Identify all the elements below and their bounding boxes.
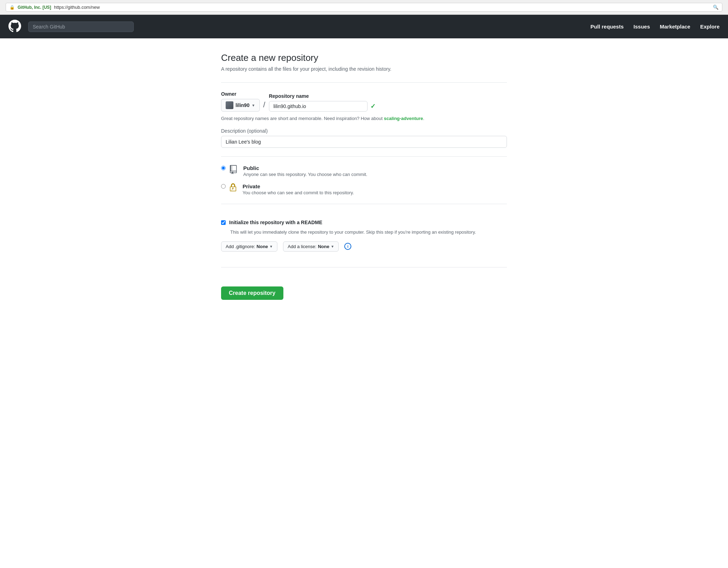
license-dropdown[interactable]: Add a license: None ▼ xyxy=(283,241,339,252)
owner-repo-row: Owner lilin90 ▼ / Repository name ✓ xyxy=(221,91,507,112)
init-label[interactable]: Initialize this repository with a README xyxy=(229,220,322,225)
github-logo[interactable] xyxy=(8,20,21,33)
repo-name-field-group: Repository name ✓ xyxy=(269,93,376,112)
page-title: Create a new repository xyxy=(221,52,507,63)
public-text: Public Anyone can see this repository. Y… xyxy=(243,165,367,177)
divider-2 xyxy=(221,156,507,157)
public-repo-icon xyxy=(230,165,239,176)
private-text: Private You choose who can see and commi… xyxy=(243,183,354,195)
divider-4 xyxy=(221,267,507,267)
search-input[interactable] xyxy=(28,21,134,32)
browser-chrome: 🔒 GitHub, Inc. [US] https://github.com/n… xyxy=(0,0,728,15)
nav-marketplace[interactable]: Marketplace xyxy=(660,24,690,30)
private-option[interactable]: Private You choose who can see and commi… xyxy=(221,183,507,195)
init-checkbox-row: Initialize this repository with a README xyxy=(221,220,507,225)
name-hint: Great repository names are short and mem… xyxy=(221,116,507,121)
repo-name-input-row: ✓ xyxy=(269,101,376,112)
repo-name-input[interactable] xyxy=(269,101,368,112)
browser-search-icon: 🔍 xyxy=(713,5,718,10)
owner-select[interactable]: lilin90 ▼ xyxy=(221,99,260,112)
private-radio[interactable] xyxy=(221,184,226,189)
gitignore-arrow-icon: ▼ xyxy=(269,245,273,248)
private-lock-icon xyxy=(230,183,238,194)
public-option[interactable]: Public Anyone can see this repository. Y… xyxy=(221,165,507,177)
license-info-icon[interactable]: i xyxy=(344,243,351,250)
license-arrow-icon: ▼ xyxy=(331,245,334,248)
security-badge: GitHub, Inc. [US] xyxy=(18,5,51,10)
init-checkbox[interactable] xyxy=(221,220,226,225)
nav-issues[interactable]: Issues xyxy=(634,24,650,30)
gitignore-dropdown[interactable]: Add .gitignore: None ▼ xyxy=(221,241,277,252)
nav-pull-requests[interactable]: Pull requests xyxy=(590,24,623,30)
address-bar[interactable]: 🔒 GitHub, Inc. [US] https://github.com/n… xyxy=(6,3,722,12)
divider-3 xyxy=(221,204,507,204)
suggestion-link[interactable]: scaling-adventure xyxy=(384,116,423,121)
slash-separator: / xyxy=(263,100,265,112)
create-repository-button[interactable]: Create repository xyxy=(221,286,283,300)
description-label: Description (optional) xyxy=(221,128,507,134)
avatar-image xyxy=(226,101,233,109)
owner-label: Owner xyxy=(221,91,260,97)
public-radio[interactable] xyxy=(221,166,226,170)
init-section: Initialize this repository with a README… xyxy=(221,213,507,259)
divider-1 xyxy=(221,82,507,83)
repo-name-label: Repository name xyxy=(269,93,376,99)
security-lock-icon: 🔒 xyxy=(10,5,15,10)
github-header: Pull requests Issues Marketplace Explore xyxy=(0,15,728,38)
owner-avatar xyxy=(226,101,233,109)
url-text: https://github.com/new xyxy=(54,5,100,10)
page-subtitle: A repository contains all the files for … xyxy=(221,66,507,72)
dropdowns-row: Add .gitignore: None ▼ Add a license: No… xyxy=(221,241,507,252)
description-field-group: Description (optional) xyxy=(221,128,507,148)
owner-dropdown-arrow-icon: ▼ xyxy=(252,103,255,107)
init-description: This will let you immediately clone the … xyxy=(230,229,507,236)
header-nav: Pull requests Issues Marketplace Explore xyxy=(590,24,720,30)
valid-check-icon: ✓ xyxy=(370,102,376,110)
nav-explore[interactable]: Explore xyxy=(700,24,720,30)
owner-name: lilin90 xyxy=(236,102,250,108)
owner-field-group: Owner lilin90 ▼ xyxy=(221,91,260,112)
main-content: Create a new repository A repository con… xyxy=(213,38,515,321)
visibility-section: Public Anyone can see this repository. Y… xyxy=(221,165,507,195)
description-input[interactable] xyxy=(221,136,507,148)
